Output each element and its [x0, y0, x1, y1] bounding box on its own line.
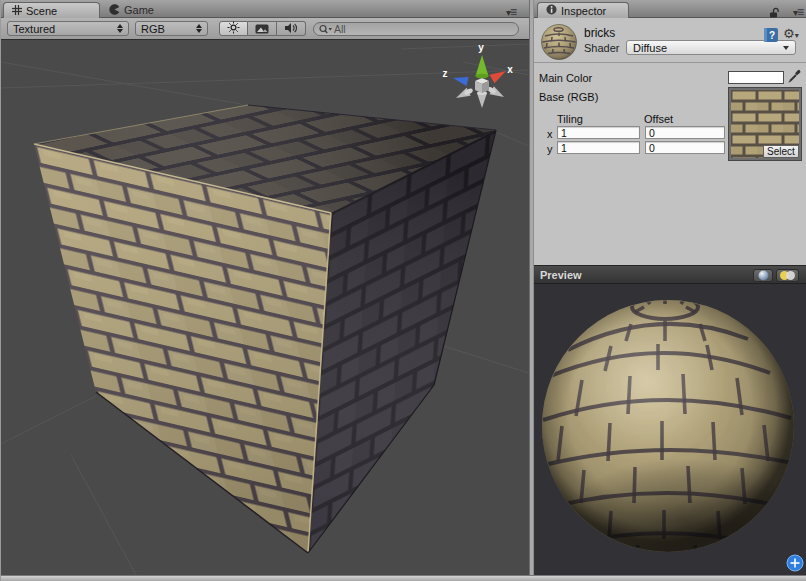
help-button[interactable]: ?: [763, 27, 779, 47]
y-axis-label: y: [478, 42, 484, 53]
select-label: Select: [767, 146, 795, 157]
eyedropper-icon[interactable]: [787, 69, 802, 88]
x-offset-input[interactable]: [645, 126, 725, 139]
unity-editor-window: Scene Game ▾≡ Textured RGB: [0, 0, 806, 581]
tab-inspector[interactable]: Inspector: [537, 2, 629, 18]
preview-lighting-button[interactable]: [776, 269, 799, 282]
scene-tab-menu-button[interactable]: ▾≡: [506, 5, 516, 19]
speaker-icon: [284, 20, 298, 38]
spinner-icon: [196, 24, 202, 33]
draw-mode-dropdown[interactable]: Textured: [7, 21, 129, 36]
scene-tabstrip: Scene Game ▾≡: [1, 0, 529, 18]
search-field[interactable]: [313, 22, 519, 36]
orientation-gizmo[interactable]: y x z: [443, 42, 514, 108]
sphere-edge-shading: [542, 300, 794, 552]
scene-panel: Scene Game ▾≡ Textured RGB: [1, 0, 529, 575]
audio-button[interactable]: [277, 21, 306, 36]
tab-game[interactable]: Game: [103, 2, 160, 18]
cube-left-shading: [34, 144, 331, 553]
x-axis-row-label: x: [547, 128, 553, 140]
z-axis-label: z: [443, 68, 448, 79]
material-name: bricks: [584, 26, 615, 40]
scene-viewport[interactable]: y x z: [1, 40, 529, 575]
preview-title: Preview: [540, 269, 582, 281]
x-tiling-input[interactable]: [557, 126, 640, 139]
main-color-label: Main Color: [539, 72, 592, 84]
material-header: bricks Shader Diffuse ? ⚙▾: [534, 18, 806, 63]
y-axis-row-label: y: [547, 143, 553, 155]
spinner-icon: [117, 24, 123, 33]
chevron-down-icon: [783, 46, 789, 50]
add-button[interactable]: [787, 555, 803, 571]
inspector-menu-button[interactable]: ▾≡: [793, 5, 803, 19]
brick-cube[interactable]: [34, 105, 496, 553]
y-tiling-input[interactable]: [557, 141, 640, 154]
tiling-header: Tiling: [557, 113, 583, 125]
material-sphere-icon: [540, 23, 578, 65]
svg-text:?: ?: [769, 30, 775, 41]
preview-header: Preview: [534, 265, 806, 284]
info-icon: [546, 4, 557, 17]
base-texture-label: Base (RGB): [539, 91, 598, 103]
image-icon: [255, 20, 269, 38]
scene-toolbar: Textured RGB: [1, 18, 529, 40]
gear-menu-button[interactable]: ⚙▾: [783, 26, 799, 41]
offset-header: Offset: [644, 113, 673, 125]
draw-mode-value: Textured: [13, 23, 55, 35]
main-color-swatch[interactable]: [728, 71, 784, 84]
tab-scene[interactable]: Scene: [3, 2, 100, 18]
x-axis-label: x: [507, 64, 513, 75]
select-texture-button[interactable]: Select: [763, 145, 799, 158]
tab-scene-label: Scene: [26, 5, 57, 17]
sun-icon: [227, 20, 240, 38]
grid-icon: [12, 5, 22, 17]
x-axis-cone[interactable]: [490, 71, 507, 83]
scene-lighting-button[interactable]: [219, 21, 248, 36]
pacman-icon: [109, 4, 120, 17]
preview-sphere[interactable]: [542, 294, 804, 575]
gizmo-center-cube[interactable]: [475, 78, 489, 93]
status-bar: [1, 575, 806, 581]
color-mode-value: RGB: [141, 23, 165, 35]
y-offset-input[interactable]: [645, 141, 725, 154]
color-mode-dropdown[interactable]: RGB: [135, 21, 208, 36]
inspector-tabstrip: Inspector ▾≡: [534, 0, 806, 18]
inspector-panel: Inspector ▾≡: [534, 0, 806, 575]
search-input[interactable]: [332, 22, 482, 36]
tab-inspector-label: Inspector: [561, 5, 606, 17]
z-axis-cone[interactable]: [453, 77, 469, 86]
shader-label: Shader: [584, 42, 619, 54]
preview-area[interactable]: [534, 284, 806, 575]
tab-game-label: Game: [124, 4, 154, 16]
preview-sphere-button[interactable]: [753, 269, 773, 282]
texture-thumbnail[interactable]: Select: [729, 88, 801, 160]
effects-button[interactable]: [248, 21, 277, 36]
shader-value: Diffuse: [633, 42, 667, 54]
search-icon: [318, 24, 332, 35]
